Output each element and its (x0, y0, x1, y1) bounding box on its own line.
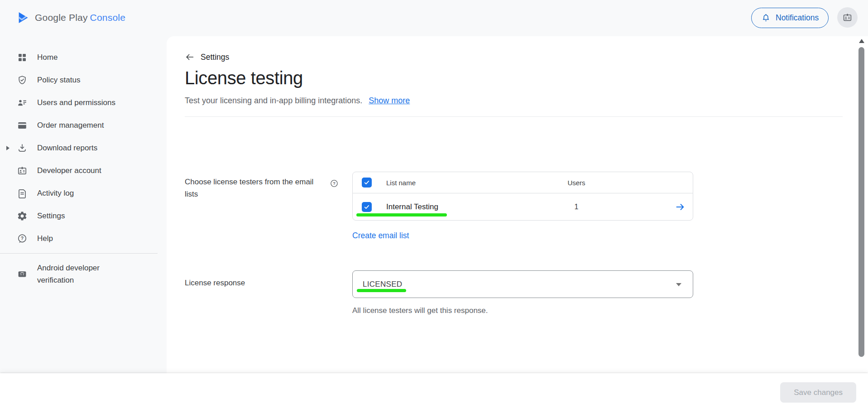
svg-text:?: ? (21, 236, 24, 241)
sidebar-item-label: Home (37, 53, 58, 63)
google-play-triangle-icon (16, 10, 30, 25)
app-header: Google PlayConsole Notifications (0, 0, 868, 36)
sidebar-nav: Home Policy status Users and permissions (0, 36, 167, 373)
sidebar-item-download-reports[interactable]: Download reports (0, 137, 167, 159)
sidebar-item-activity-log[interactable]: Activity log (0, 182, 167, 205)
svg-text:?: ? (333, 181, 336, 186)
response-helper-text: All license testers will get this respon… (352, 306, 488, 315)
gear-icon (17, 211, 28, 221)
users-count-cell: 1 (531, 203, 622, 211)
payment-card-icon (17, 120, 28, 131)
account-avatar[interactable] (837, 7, 858, 28)
sidebar-item-label: Settings (37, 211, 65, 221)
notifications-label: Notifications (776, 13, 819, 23)
id-badge-icon (17, 165, 28, 176)
bell-icon (761, 13, 771, 23)
sidebar-item-label: Order management (37, 120, 104, 130)
sidebar-item-order-management[interactable]: Order management (0, 114, 167, 137)
show-more-link[interactable]: Show more (369, 96, 410, 105)
download-icon (17, 143, 28, 154)
subtitle-text: Test your licensing and in-app billing i… (185, 96, 362, 105)
annotation-underline-licensed (357, 289, 406, 292)
scrollbar-thumb[interactable] (858, 47, 864, 357)
document-icon (17, 188, 28, 199)
back-label: Settings (201, 53, 229, 62)
list-name-cell: Internal Testing (382, 202, 531, 212)
page-subtitle: Test your licensing and in-app billing i… (185, 96, 410, 106)
users-icon (17, 97, 28, 108)
dropdown-selected-value: LICENSED (363, 280, 402, 289)
sidebar-item-label: Users and permissions (37, 98, 115, 108)
id-badge-icon (842, 12, 853, 23)
logo-text: Google PlayConsole (35, 12, 125, 23)
testers-field-label: Choose license testers from the email li… (185, 176, 329, 200)
help-circle-icon[interactable]: ? (330, 179, 339, 188)
sidebar-item-developer-account[interactable]: Developer account (0, 159, 167, 182)
sidebar-item-home[interactable]: Home (0, 46, 167, 69)
annotation-underline-internal-testing (356, 213, 447, 216)
create-email-list-link[interactable]: Create email list (352, 231, 409, 240)
select-all-checkbox[interactable] (362, 178, 372, 188)
help-bubble-icon: ? (17, 233, 28, 244)
play-console-logo: Google PlayConsole (16, 10, 125, 25)
back-arrow-icon (185, 52, 195, 62)
license-response-label: License response (185, 279, 245, 288)
table-header-row: List name Users (352, 172, 693, 193)
expand-caret-icon[interactable] (6, 146, 10, 150)
scrollbar-up-arrow[interactable] (859, 39, 864, 43)
section-divider (185, 116, 843, 117)
chevron-down-icon (676, 283, 681, 286)
sidebar-item-label: Activity log (37, 188, 74, 198)
sidebar-item-label: Policy status (37, 75, 80, 85)
license-response-dropdown[interactable]: LICENSED (352, 270, 693, 298)
column-header-users: Users (531, 179, 622, 187)
page-title: License testing (185, 67, 303, 89)
bottom-action-bar: Save changes (0, 373, 868, 404)
sidebar-item-label: Help (37, 234, 53, 244)
row-checkbox[interactable] (362, 202, 372, 212)
sidebar-item-help[interactable]: ? Help (0, 227, 167, 250)
home-grid-icon (17, 52, 28, 63)
shield-check-icon (17, 75, 28, 86)
sidebar-item-settings[interactable]: Settings (0, 205, 167, 227)
open-list-arrow-icon[interactable] (675, 202, 693, 212)
save-changes-button[interactable]: Save changes (780, 382, 856, 403)
sidebar-item-users-permissions[interactable]: Users and permissions (0, 91, 167, 114)
sidebar-divider (0, 253, 158, 254)
column-header-list-name: List name (382, 179, 531, 187)
sidebar-item-label: Android developer verification (37, 262, 128, 286)
android-icon (17, 269, 28, 279)
sidebar-item-policy-status[interactable]: Policy status (0, 69, 167, 91)
notifications-button[interactable]: Notifications (751, 8, 829, 28)
sidebar-item-android-developer-verification[interactable]: Android developer verification (0, 262, 167, 286)
sidebar-item-label: Developer account (37, 166, 101, 176)
main-panel: Settings License testing Test your licen… (167, 36, 868, 373)
back-to-settings-link[interactable]: Settings (185, 52, 229, 63)
sidebar-item-label: Download reports (37, 143, 97, 153)
